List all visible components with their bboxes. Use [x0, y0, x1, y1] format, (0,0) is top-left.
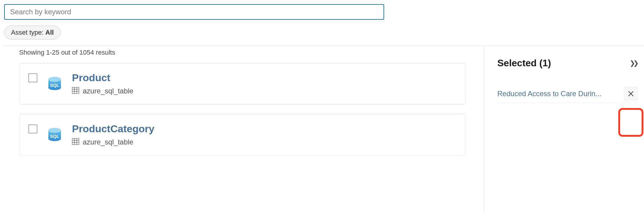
sql-db-icon: SQL: [46, 76, 63, 93]
result-type: azure_sql_table: [83, 138, 133, 146]
results-count: Showing 1-25 out of 1054 results: [19, 49, 484, 56]
remove-selected-button[interactable]: [624, 87, 638, 101]
chip-value: All: [45, 29, 54, 36]
selected-item-link[interactable]: Reduced Access to Care Durin...: [497, 90, 621, 98]
result-card: SQL Product azure_sql_table: [19, 63, 466, 104]
chip-label: Asset type:: [11, 29, 44, 36]
sql-db-icon: SQL: [46, 127, 63, 144]
search-input[interactable]: [4, 4, 384, 20]
svg-point-1: [48, 77, 61, 82]
svg-rect-3: [72, 87, 79, 93]
collapse-panel-icon[interactable]: ❯❯: [628, 58, 638, 68]
result-title[interactable]: ProductCategory: [72, 123, 154, 135]
result-card: SQL ProductCategory azure_s: [19, 114, 466, 156]
svg-point-9: [48, 128, 61, 133]
table-icon: [72, 87, 79, 95]
selected-panel-title: Selected (1): [497, 58, 551, 69]
svg-text:SQL: SQL: [50, 134, 59, 139]
result-title[interactable]: Product: [72, 72, 133, 84]
svg-text:SQL: SQL: [50, 83, 59, 88]
select-checkbox[interactable]: [28, 73, 37, 82]
select-checkbox[interactable]: [28, 124, 37, 133]
selected-item: Reduced Access to Care Durin...: [497, 87, 638, 103]
result-type: azure_sql_table: [83, 87, 133, 95]
asset-type-filter-chip[interactable]: Asset type: All: [4, 26, 61, 39]
svg-rect-11: [72, 138, 79, 144]
close-icon: [628, 90, 634, 97]
table-icon: [72, 138, 79, 146]
